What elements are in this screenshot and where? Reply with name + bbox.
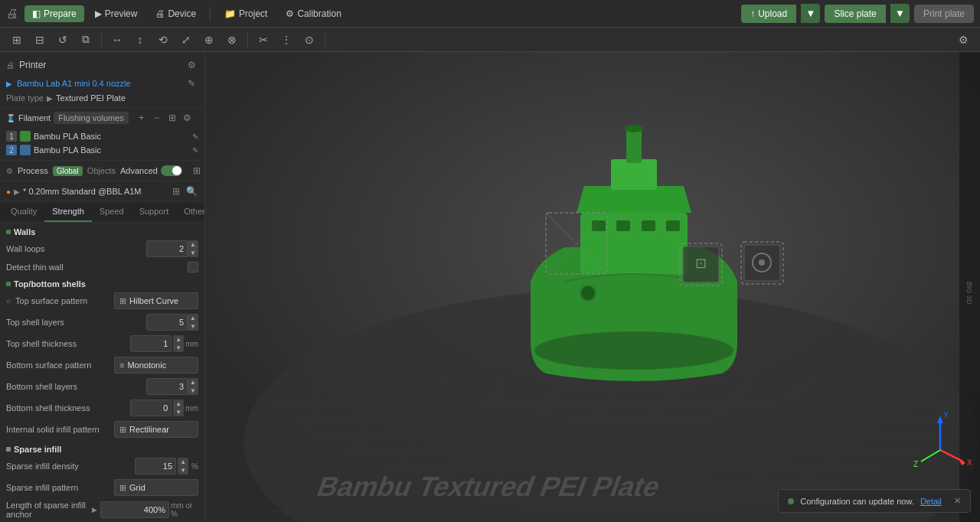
plate-expand-icon: ▶ [47, 94, 53, 103]
top-shell-layers-row: Top shell layers ▲ ▼ [0, 312, 204, 333]
toolbar-icon-5[interactable]: ↔ [106, 30, 128, 50]
bottom-shell-thickness-input[interactable] [130, 400, 172, 416]
hilbert-icon: ⊞ [119, 296, 126, 306]
bottom-surface-pattern-select[interactable]: ≡ Monotonic [114, 357, 198, 374]
toolbar-icon-9[interactable]: ⊕ [198, 30, 220, 50]
toolbar-icon-10[interactable]: ⊗ [221, 30, 243, 50]
walls-dot [6, 230, 11, 234]
top-shell-thickness-group: ▲ ▼ mm [130, 335, 198, 352]
profile-copy-icon[interactable]: ⊞ [169, 184, 183, 198]
svg-text:X: X [967, 458, 972, 467]
top-shell-layers-up[interactable]: ▲ [188, 314, 198, 322]
printer-expand-icon[interactable]: ▶ [6, 80, 12, 88]
viewport-bg: Bambu Textured PEI Plate [205, 52, 980, 522]
toolbar-icon-8[interactable]: ⤢ [175, 30, 197, 50]
internal-infill-select[interactable]: ⊞ Rectilinear [114, 421, 198, 438]
plate-label: Bambu Textured PEI Plate [313, 471, 665, 502]
tab-preview[interactable]: ▶ Preview [87, 5, 145, 22]
tab-others[interactable]: Others [176, 202, 205, 222]
remove-filament-icon[interactable]: − [150, 111, 164, 125]
toolbar-settings-icon[interactable]: ⚙ [952, 30, 974, 50]
upload-button[interactable]: ↑ Upload [741, 5, 796, 23]
advanced-toggle-switch[interactable] [161, 165, 182, 176]
wall-loops-down[interactable]: ▼ [188, 249, 198, 257]
top-shell-thickness-input[interactable] [130, 335, 172, 352]
tab-speed[interactable]: Speed [92, 202, 132, 222]
svg-point-30 [580, 285, 596, 301]
toolbar-icon-2[interactable]: ⊟ [29, 30, 51, 50]
slice-button[interactable]: Slice plate [825, 5, 885, 23]
tab-quality[interactable]: Quality [3, 202, 44, 222]
top-shell-layers-input[interactable] [146, 314, 188, 331]
print-button[interactable]: Print plate [914, 5, 974, 23]
toolbar-icon-4[interactable]: ⧉ [75, 30, 96, 50]
notification-close-button[interactable]: ✕ [954, 496, 961, 506]
toolbar-sep-2 [247, 33, 248, 47]
flushing-volumes-button[interactable]: Flushing volumes [54, 112, 129, 124]
sparse-density-input[interactable] [135, 458, 176, 475]
strength-tabs: Quality Strength Speed Support Others [0, 202, 204, 223]
profile-search-icon[interactable]: 🔍 [185, 184, 198, 198]
bottom-shell-layers-input-group: ▲ ▼ [146, 378, 198, 395]
notif-dot [788, 498, 794, 504]
profile-section: ● ▶ * 0.20mm Standard @BBL A1M ⊞ 🔍 [0, 181, 204, 202]
top-shell-thickness-up[interactable]: ▲ [173, 335, 184, 344]
toolbar-icon-7[interactable]: ⟲ [152, 30, 174, 50]
tab-device[interactable]: 🖨 Device [148, 5, 204, 22]
detect-thin-checkbox[interactable] [188, 262, 198, 272]
filament-edit-2[interactable]: ✎ [192, 146, 198, 155]
toolbar-icon-6[interactable]: ↕ [129, 30, 151, 50]
svg-rect-27 [616, 220, 630, 231]
sparse-density-spinner: ▲ ▼ [178, 458, 188, 475]
sparse-pattern-select[interactable]: ⊞ Grid [114, 479, 198, 496]
sparse-density-group: ▲ ▼ % [135, 458, 198, 475]
top-shell-layers-down[interactable]: ▼ [188, 322, 198, 331]
anchor-arrow: ▶ [92, 506, 97, 514]
walls-section-header[interactable]: Walls [0, 223, 204, 238]
tab-calibration[interactable]: ⚙ Calibration [278, 5, 348, 22]
process-icon-btn[interactable]: ⊞ [190, 164, 204, 178]
printer-settings-icon[interactable]: ⚙ [185, 58, 198, 72]
sparse-infill-section-header[interactable]: Sparse infill [0, 440, 204, 455]
sparse-density-down[interactable]: ▼ [178, 466, 188, 475]
filament-edit-1[interactable]: ✎ [192, 132, 198, 141]
sparse-anchor-group: ▶ mm or % [92, 501, 198, 518]
viewport[interactable]: Bambu Textured PEI Plate [205, 52, 980, 522]
sparse-anchor-input[interactable] [100, 501, 169, 518]
tab-support[interactable]: Support [132, 202, 177, 222]
add-filament-icon[interactable]: + [135, 111, 149, 125]
top-pattern-radio[interactable]: ○ [6, 297, 11, 305]
objects-tag[interactable]: Objects [87, 166, 116, 175]
filament-settings-icon[interactable]: ⊞ [165, 111, 179, 125]
tab-prepare[interactable]: ◧ Prepare [24, 5, 84, 22]
tab-project[interactable]: 📁 Project [217, 5, 275, 22]
printer-edit-icon[interactable]: ✎ [185, 77, 198, 90]
toolbar-icon-13[interactable]: ⊙ [299, 30, 320, 50]
filament-config-icon[interactable]: ⚙ [181, 111, 194, 125]
wall-loops-up[interactable]: ▲ [188, 240, 198, 249]
top-surface-pattern-select[interactable]: ⊞ Hilbert Curve [114, 292, 198, 309]
main-layout: 🖨 Printer ⚙ ▶ Bambu Lab A1 mini 0.4 nozz… [0, 52, 980, 522]
filament-icon: 🧵 [6, 114, 15, 122]
tab-strength[interactable]: Strength [44, 202, 92, 222]
bottom-shell-layers-down[interactable]: ▼ [188, 387, 198, 395]
sparse-density-up[interactable]: ▲ [178, 458, 188, 466]
bottom-shell-layers-input[interactable] [146, 378, 188, 395]
toolbar-icon-3[interactable]: ↺ [52, 30, 74, 50]
bottom-shell-layers-up[interactable]: ▲ [188, 378, 198, 387]
top-bottom-section-header[interactable]: Top/bottom shells [0, 275, 204, 290]
sparse-density-row: Sparse infill density ▲ ▼ % [0, 455, 204, 477]
bottom-shell-thickness-up[interactable]: ▲ [173, 400, 184, 408]
toolbar2: ⊞ ⊟ ↺ ⧉ ↔ ↕ ⟲ ⤢ ⊕ ⊗ ✂ ⋮ ⊙ ⚙ [0, 28, 980, 52]
toolbar-icon-1[interactable]: ⊞ [6, 30, 28, 50]
global-tag[interactable]: Global [53, 166, 83, 176]
wall-loops-input[interactable] [146, 240, 188, 257]
upload-arrow-button[interactable]: ▼ [801, 4, 820, 23]
toolbar-icon-12[interactable]: ⋮ [276, 30, 297, 50]
project-icon: 📁 [224, 8, 236, 19]
slice-arrow-button[interactable]: ▼ [890, 4, 910, 23]
toolbar-icon-11[interactable]: ✂ [253, 30, 274, 50]
top-shell-thickness-down[interactable]: ▼ [173, 344, 184, 352]
notification-detail-link[interactable]: Detail [920, 497, 942, 506]
bottom-shell-thickness-down[interactable]: ▼ [173, 408, 184, 416]
